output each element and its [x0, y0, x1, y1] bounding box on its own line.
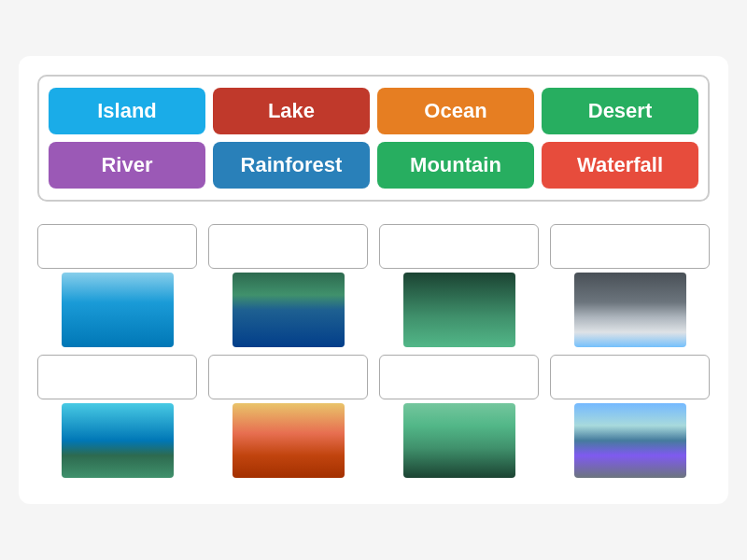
ocean-image	[62, 273, 174, 347]
tile-rainforest[interactable]: Rainforest	[213, 142, 370, 189]
desert-image	[233, 403, 345, 478]
tile-ocean[interactable]: Ocean	[377, 88, 534, 134]
tile-island[interactable]: Island	[49, 88, 205, 134]
mountain-image	[574, 403, 686, 478]
rainforest-image	[403, 273, 515, 347]
drop-item-drop-lake	[208, 224, 368, 347]
tile-river[interactable]: River	[49, 142, 205, 189]
drop-box-drop-rainforest[interactable]	[379, 224, 539, 269]
word-bank: IslandLakeOceanDesertRiverRainforestMoun…	[37, 75, 710, 202]
drop-box-drop-ocean[interactable]	[37, 224, 197, 269]
drop-box-drop-desert[interactable]	[208, 355, 368, 399]
drop-box-drop-river[interactable]	[379, 355, 539, 399]
tile-lake[interactable]: Lake	[213, 88, 370, 134]
waterfall-image	[574, 273, 686, 347]
river-image	[403, 403, 515, 478]
drop-row-2	[37, 355, 710, 478]
drop-item-drop-rainforest	[379, 224, 539, 347]
tile-mountain[interactable]: Mountain	[377, 142, 534, 189]
tile-desert[interactable]: Desert	[542, 88, 698, 134]
drop-item-drop-mountain	[550, 355, 710, 478]
drop-item-drop-desert	[208, 355, 368, 478]
tile-waterfall[interactable]: Waterfall	[542, 142, 698, 189]
drop-item-drop-ocean	[37, 224, 197, 347]
drop-box-drop-lake[interactable]	[208, 224, 368, 269]
drop-item-drop-waterfall	[550, 224, 710, 347]
drop-row-1	[37, 224, 710, 347]
drop-box-drop-island[interactable]	[37, 355, 197, 399]
lake-image	[233, 273, 345, 347]
drop-box-drop-mountain[interactable]	[550, 355, 710, 399]
island-image	[62, 403, 174, 478]
drop-item-drop-river	[379, 355, 539, 478]
main-container: IslandLakeOceanDesertRiverRainforestMoun…	[19, 56, 728, 504]
drop-item-drop-island	[37, 355, 197, 478]
drop-box-drop-waterfall[interactable]	[550, 224, 710, 269]
